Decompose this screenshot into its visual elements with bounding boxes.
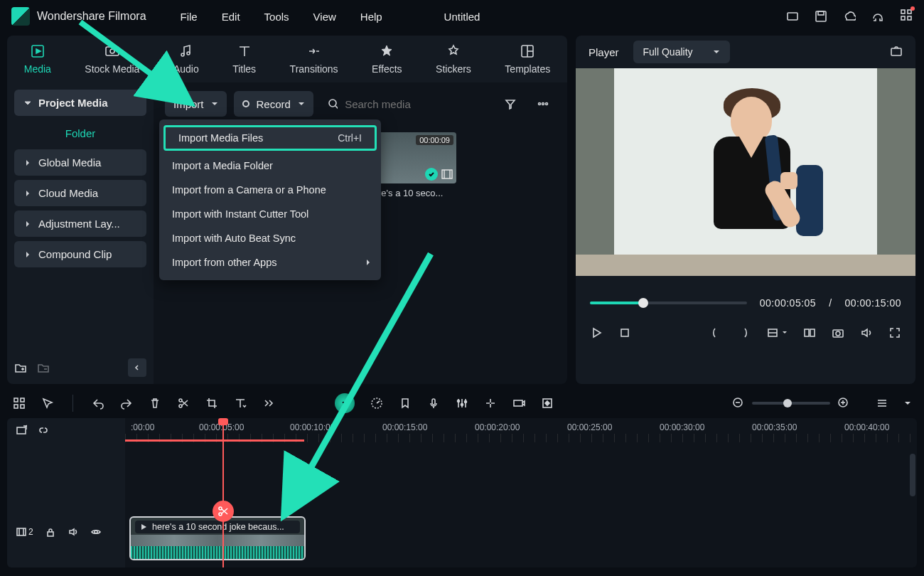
link-icon[interactable] — [37, 425, 48, 436]
svg-line-64 — [290, 254, 431, 505]
play-icon[interactable] — [590, 326, 603, 339]
search-input[interactable] — [345, 98, 490, 110]
crop-icon[interactable] — [205, 397, 218, 410]
chevron-down-icon — [24, 100, 31, 107]
undo-icon[interactable] — [92, 397, 104, 410]
snapshot-icon[interactable] — [890, 46, 903, 58]
svg-rect-33 — [14, 405, 18, 408]
add-track-icon[interactable] — [16, 425, 27, 436]
chevron-right-icon — [24, 251, 31, 258]
camera-icon[interactable] — [832, 326, 844, 339]
cloud-icon[interactable] — [843, 10, 856, 23]
sidebar-cloud-media[interactable]: Cloud Media — [14, 180, 146, 206]
fullscreen-icon[interactable] — [888, 326, 901, 339]
import-instant-cutter[interactable]: Import with Instant Cutter Tool — [159, 202, 381, 226]
import-media-folder[interactable]: Import a Media Folder — [159, 154, 381, 178]
scissors-icon[interactable] — [213, 501, 234, 522]
thumbnail-duration: 00:00:09 — [416, 135, 453, 145]
track-view-icon[interactable] — [876, 397, 888, 410]
new-folder-icon[interactable] — [14, 361, 27, 374]
record-button[interactable]: Record — [234, 91, 313, 117]
tab-transitions[interactable]: Transitions — [290, 43, 338, 75]
svg-point-36 — [179, 405, 182, 407]
chevron-down-icon[interactable] — [904, 400, 911, 407]
volume-icon[interactable] — [860, 326, 873, 339]
import-camera-phone[interactable]: Import from a Camera or a Phone — [159, 178, 381, 202]
zoom-out-icon[interactable] — [732, 397, 745, 410]
menu-bar: File Edit Tools View Help — [181, 11, 382, 23]
tab-templates[interactable]: Templates — [505, 43, 550, 75]
more-tools-icon[interactable] — [262, 397, 275, 410]
tab-titles[interactable]: Titles — [232, 43, 256, 75]
mark-in-icon[interactable] — [709, 326, 722, 339]
chevron-right-icon — [24, 220, 31, 228]
search-field[interactable] — [321, 98, 490, 110]
mark-out-icon[interactable] — [738, 326, 751, 339]
chevron-right-icon — [24, 190, 31, 197]
import-auto-beat-sync[interactable]: Import with Auto Beat Sync — [159, 226, 381, 250]
svg-rect-32 — [21, 398, 24, 402]
save-icon[interactable] — [815, 10, 827, 23]
import-media-files[interactable]: Import Media FilesCtrl+I — [163, 125, 377, 151]
tab-stickers[interactable]: Stickers — [436, 43, 471, 75]
filter-icon[interactable] — [498, 91, 523, 117]
sidebar-compound-clip[interactable]: Compound Clip — [14, 241, 146, 267]
menu-help[interactable]: Help — [360, 11, 382, 23]
audio-mixer-icon[interactable] — [456, 397, 468, 410]
menu-tools[interactable]: Tools — [264, 11, 289, 23]
window-icon[interactable] — [786, 10, 799, 23]
app-logo-icon — [11, 7, 30, 26]
sidebar-global-media[interactable]: Global Media — [14, 149, 146, 176]
annotation-arrow-2 — [276, 250, 439, 516]
grid-icon[interactable] — [13, 397, 26, 410]
quality-select[interactable]: Full Quality — [633, 41, 730, 63]
visibility-icon[interactable] — [90, 526, 102, 538]
chevron-down-icon — [713, 48, 720, 55]
player-viewport[interactable] — [576, 68, 915, 276]
zoom-slider[interactable] — [752, 402, 830, 405]
timeline-playhead[interactable] — [222, 420, 224, 567]
sidebar-adjustment-layer[interactable]: Adjustment Lay... — [14, 210, 146, 237]
svg-rect-56 — [17, 528, 26, 535]
svg-rect-44 — [514, 400, 522, 406]
stop-icon[interactable] — [618, 326, 631, 339]
svg-point-17 — [539, 103, 541, 105]
split-icon[interactable] — [177, 397, 190, 410]
chevron-right-icon — [24, 159, 31, 166]
tab-media[interactable]: Media — [24, 43, 51, 75]
player-label: Player — [589, 46, 619, 58]
snap-icon[interactable] — [484, 397, 497, 410]
media-thumbnail[interactable]: 00:00:09 — [378, 132, 456, 183]
svg-point-30 — [836, 331, 840, 336]
menu-view[interactable]: View — [313, 11, 336, 23]
zoom-in-icon[interactable] — [837, 397, 850, 410]
timeline-clip[interactable]: here's a 10 second joke becaus... — [129, 516, 306, 560]
menu-edit[interactable]: Edit — [222, 11, 240, 23]
display-options[interactable] — [766, 326, 788, 339]
collapse-sidebar-button[interactable] — [128, 358, 146, 377]
text-icon[interactable] — [234, 397, 247, 410]
redo-icon[interactable] — [120, 397, 133, 410]
svg-point-41 — [458, 400, 460, 402]
delete-folder-icon[interactable] — [37, 361, 50, 374]
tab-effects[interactable]: Effects — [372, 43, 402, 75]
svg-point-19 — [546, 103, 548, 105]
keyframe-icon[interactable] — [541, 397, 554, 410]
compare-icon[interactable] — [803, 326, 816, 339]
lock-icon[interactable] — [45, 526, 56, 538]
svg-line-16 — [335, 106, 338, 109]
media-sidebar: Project Media Folder Global Media Cloud … — [7, 82, 154, 384]
apps-icon[interactable] — [900, 9, 913, 24]
select-tool-icon[interactable] — [41, 397, 54, 410]
mute-icon[interactable] — [68, 526, 79, 538]
timeline[interactable]: 2 :00:00 00:00:05:00 00:00:10:00 00:00:1… — [7, 418, 917, 567]
svg-rect-59 — [48, 532, 53, 536]
more-icon[interactable] — [530, 91, 556, 117]
playhead-slider[interactable] — [590, 302, 747, 304]
track-type-icon[interactable]: 2 — [16, 526, 33, 538]
sidebar-folder[interactable]: Folder — [14, 120, 146, 149]
timeline-scrollbar[interactable] — [910, 454, 915, 496]
headphones-icon[interactable] — [871, 10, 884, 23]
delete-icon[interactable] — [149, 397, 161, 410]
render-icon[interactable] — [512, 397, 525, 410]
